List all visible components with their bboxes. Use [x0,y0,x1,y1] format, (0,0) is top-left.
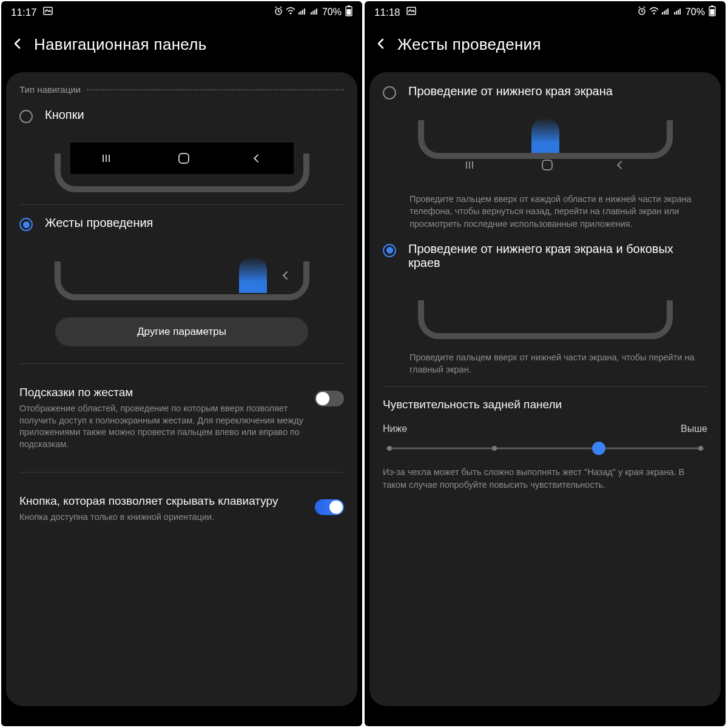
more-options-button[interactable]: Другие параметры [55,317,308,346]
battery-percent: 70% [686,7,705,18]
setting-title: Кнопка, которая позволяет скрывать клави… [19,494,305,508]
battery-percent: 70% [322,7,342,18]
back-icon [617,161,625,169]
alarm-icon [274,6,283,19]
option-gestures[interactable]: Жесты проведения [19,216,344,231]
setting-hide-keyboard[interactable]: Кнопка, которая позволяет скрывать клави… [19,484,344,534]
home-icon [542,160,553,170]
radio-selected-icon [383,244,396,257]
option-swipe-bottom[interactable]: Проведение от нижнего края экрана [383,84,707,99]
sensitivity-low-label: Ниже [383,423,407,434]
option-swipe-bottom-label: Проведение от нижнего края экрана [408,84,613,98]
radio-icon [383,86,396,99]
wifi-icon [286,6,295,19]
alarm-icon [637,6,647,19]
radio-icon [19,110,33,123]
recents-icon [466,161,477,169]
svg-rect-10 [710,9,715,15]
svg-point-2 [289,12,291,14]
option-buttons-label: Кнопки [45,108,84,122]
page-title: Навигационная панель [34,35,207,54]
wifi-icon [649,6,659,19]
divider-dots [87,89,344,90]
sensitivity-note: Из-за чехла может быть сложно выполнять … [383,466,707,491]
svg-rect-5 [348,5,350,7]
sensitivity-title: Чувствительность задней панели [383,398,707,411]
option-swipe-bottom-sides-desc: Проведите пальцем вверх от нижней части … [410,351,707,376]
option-swipe-bottom-sides[interactable]: Проведение от нижнего края экрана и боко… [383,242,707,270]
svg-rect-4 [347,9,351,15]
option-swipe-bottom-sides-label: Проведение от нижнего края экрана и боко… [408,242,707,270]
preview-gestures [55,240,309,300]
status-time: 11:18 [374,7,400,18]
back-button[interactable] [376,38,386,52]
signal-icon [298,6,308,19]
back-button[interactable] [12,38,23,52]
screenshot-icon [406,7,416,18]
divider [19,204,344,205]
preview-swipe-bottom-sides [418,278,673,339]
battery-icon [345,5,352,19]
screenshot-icon [43,7,53,18]
setting-title: Подсказки по жестам [19,386,305,399]
divider [19,363,344,364]
divider [383,386,707,387]
setting-gesture-hints[interactable]: Подсказки по жестам Отображение областей… [19,375,344,461]
signal2-icon [673,6,683,19]
switch-hide-keyboard[interactable] [315,499,344,515]
option-buttons[interactable]: Кнопки [19,108,344,123]
status-time: 11:17 [11,7,37,18]
preview-swipe-bottom [418,108,673,181]
svg-rect-11 [711,5,713,7]
divider [19,472,344,473]
radio-selected-icon [19,218,33,231]
setting-desc: Кнопка доступна только в книжной ориента… [19,511,305,524]
sensitivity-slider[interactable] [386,442,704,455]
section-nav-type: Тип навигации [19,84,81,95]
preview-buttons [55,132,309,192]
signal-icon [661,6,671,19]
svg-point-8 [653,12,655,14]
setting-desc: Отображение областей, проведение по кото… [19,403,305,450]
signal2-icon [310,6,320,19]
page-title: Жесты проведения [397,35,541,54]
option-gestures-label: Жесты проведения [45,216,153,230]
option-swipe-bottom-desc: Проведите пальцем вверх от каждой област… [410,193,707,230]
sensitivity-high-label: Выше [681,423,707,434]
battery-icon [709,5,716,19]
switch-gesture-hints[interactable] [315,391,344,406]
